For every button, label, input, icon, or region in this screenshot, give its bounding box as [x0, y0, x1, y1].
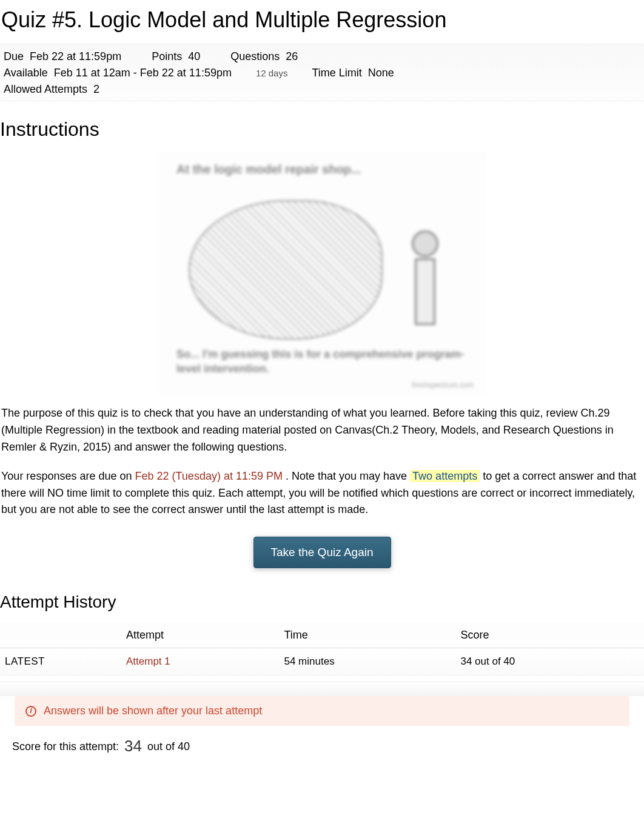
available-label: Available: [4, 67, 48, 79]
attempt-time: 54 minutes: [279, 648, 455, 676]
instructions-heading: Instructions: [0, 118, 644, 141]
available-value: Feb 11 at 12am - Feb 22 at 11:59pm: [54, 67, 232, 79]
questions-label: Questions: [230, 50, 280, 63]
latest-tag: LATEST: [0, 648, 121, 676]
due-label: Due: [4, 50, 24, 63]
cartoon-scribble: [189, 200, 383, 340]
info-icon: [25, 706, 36, 717]
quiz-meta-bar: Due Feb 22 at 11:59pm Points 40 Question…: [0, 44, 644, 101]
instruction-paragraph-1: The purpose of this quiz is to check tha…: [0, 405, 644, 456]
table-header-score: Score: [455, 623, 644, 648]
attempts-value: 2: [93, 83, 99, 96]
para2-mid: . Note that you may have: [286, 470, 410, 482]
table-header-attempt: Attempt: [121, 623, 279, 648]
page-title: Quiz #5. Logic Model and Multiple Regres…: [0, 7, 644, 33]
cartoon-caption-bottom: So... I'm guessing this is for a compreh…: [176, 347, 468, 376]
due-value: Feb 22 at 11:59pm: [30, 50, 121, 63]
table-header-row: Attempt Time Score: [0, 623, 644, 648]
cartoon-caption-top: At the logic model repair shop...: [176, 163, 468, 176]
available-duration: 12 days: [256, 68, 288, 78]
answers-shown-text: Answers will be shown after your last at…: [44, 705, 262, 717]
score-for-attempt: Score for this attempt: 34 out of 40: [0, 737, 644, 768]
attempt-history-table: Attempt Time Score LATEST Attempt 1 54 m…: [0, 623, 644, 676]
answers-shown-banner: Answers will be shown after your last at…: [15, 696, 629, 726]
points-value: 40: [188, 50, 200, 63]
timelimit-label: Time Limit: [312, 67, 361, 79]
score-value: 34: [124, 737, 142, 755]
instruction-paragraph-2: Your responses are due on Feb 22 (Tuesda…: [0, 468, 644, 519]
para2-pre: Your responses are due on: [1, 470, 135, 482]
attempt-score: 34 out of 40: [455, 648, 644, 676]
questions-value: 26: [286, 50, 298, 63]
attempt-history-heading: Attempt History: [0, 592, 644, 612]
cartoon-credit: freshspectrum.com: [412, 381, 474, 389]
table-header-blank: [0, 623, 121, 648]
score-suffix: out of 40: [147, 740, 190, 753]
score-label: Score for this attempt:: [12, 740, 119, 753]
attempts-label: Allowed Attempts: [4, 83, 87, 96]
para2-attempts-highlight: Two attempts: [410, 470, 480, 482]
take-quiz-again-button[interactable]: Take the Quiz Again: [253, 537, 391, 568]
para2-due-date: Feb 22 (Tuesday) at 11:59 PM: [135, 470, 283, 482]
points-label: Points: [152, 50, 182, 63]
table-header-time: Time: [279, 623, 455, 648]
table-bottom-gradient: [0, 682, 644, 696]
cartoon-person: [407, 230, 443, 334]
timelimit-value: None: [368, 67, 394, 79]
attempt-link[interactable]: Attempt 1: [126, 656, 170, 667]
instruction-cartoon: At the logic model repair shop... So... …: [158, 152, 486, 394]
table-row: LATEST Attempt 1 54 minutes 34 out of 40: [0, 648, 644, 676]
